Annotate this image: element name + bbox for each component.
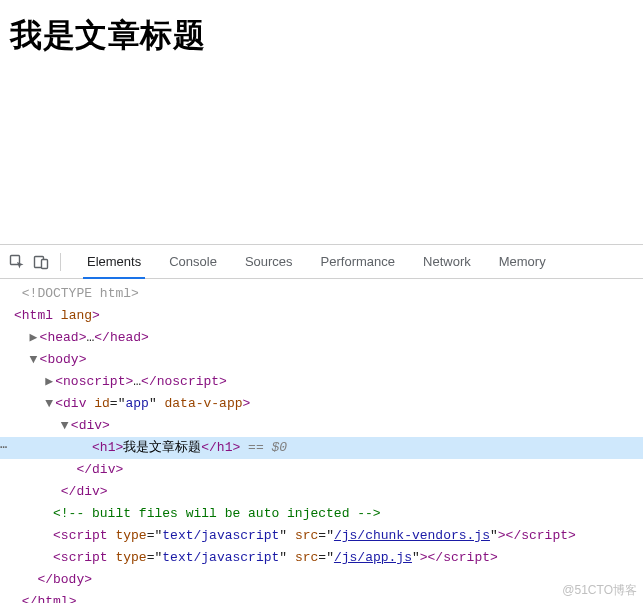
dom-body-open[interactable]: ▼<body> <box>0 349 643 371</box>
dom-app-div[interactable]: ▼<div id="app" data-v-app> <box>0 393 643 415</box>
svg-rect-2 <box>42 259 48 268</box>
collapse-arrow-icon[interactable]: ▼ <box>30 349 40 371</box>
expand-arrow-icon[interactable]: ▶ <box>30 327 40 349</box>
collapse-arrow-icon[interactable]: ▼ <box>45 393 55 415</box>
dom-close-div2[interactable]: </div> <box>0 481 643 503</box>
tab-network[interactable]: Network <box>409 245 485 278</box>
toolbar-separator <box>60 253 61 271</box>
expand-arrow-icon[interactable]: ▶ <box>45 371 55 393</box>
devtools-panel: Elements Console Sources Performance Net… <box>0 244 643 603</box>
tab-sources[interactable]: Sources <box>231 245 307 278</box>
dom-close-html[interactable]: </html> <box>0 591 643 603</box>
dom-html-open[interactable]: <html lang> <box>0 305 643 327</box>
dom-close-body[interactable]: </body> <box>0 569 643 591</box>
rendered-page: 我是文章标题 <box>0 0 643 244</box>
overflow-dots-icon[interactable]: ⋯ <box>0 437 14 459</box>
dom-h1-selected[interactable]: ⋯ <h1>我是文章标题</h1> == $0 <box>0 437 643 459</box>
collapse-arrow-icon[interactable]: ▼ <box>61 415 71 437</box>
dom-comment[interactable]: <!-- built files will be auto injected -… <box>0 503 643 525</box>
dom-inner-div[interactable]: ▼<div> <box>0 415 643 437</box>
tab-console[interactable]: Console <box>155 245 231 278</box>
inspect-icon[interactable] <box>8 253 26 271</box>
device-toolbar-icon[interactable] <box>32 253 50 271</box>
tab-memory[interactable]: Memory <box>485 245 560 278</box>
dom-noscript[interactable]: ▶<noscript>…</noscript> <box>0 371 643 393</box>
dom-doctype[interactable]: <!DOCTYPE html> <box>0 283 643 305</box>
devtools-tabs: Elements Console Sources Performance Net… <box>73 245 560 278</box>
elements-dom-tree[interactable]: <!DOCTYPE html> <html lang> ▶<head>…</he… <box>0 279 643 603</box>
watermark: @51CTO博客 <box>562 582 637 599</box>
tab-performance[interactable]: Performance <box>307 245 409 278</box>
dom-head[interactable]: ▶<head>…</head> <box>0 327 643 349</box>
dom-script2[interactable]: <script type="text/javascript" src="/js/… <box>0 547 643 569</box>
dom-close-div1[interactable]: </div> <box>0 459 643 481</box>
tab-elements[interactable]: Elements <box>73 245 155 278</box>
devtools-toolbar: Elements Console Sources Performance Net… <box>0 245 643 279</box>
page-title: 我是文章标题 <box>10 14 633 58</box>
dom-script1[interactable]: <script type="text/javascript" src="/js/… <box>0 525 643 547</box>
